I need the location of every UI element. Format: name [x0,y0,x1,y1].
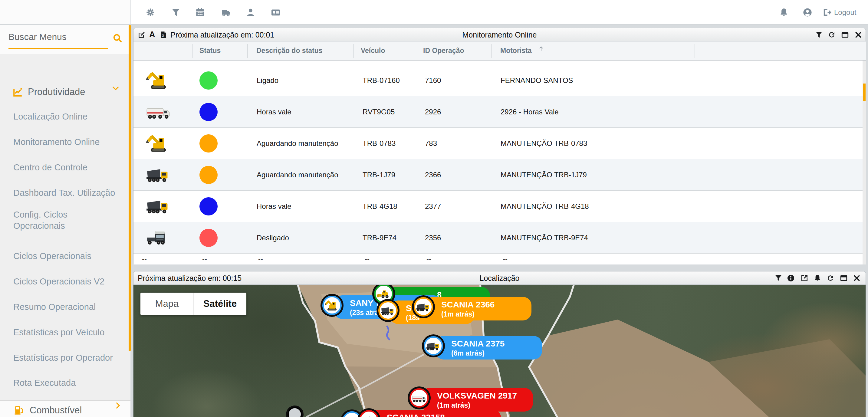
map-type-button-satelite[interactable]: Satélite [193,293,246,315]
sidebar-item-resumo-operacional[interactable]: Resumo Operacional [13,301,119,313]
filter-icon[interactable] [774,274,782,282]
filter-icon[interactable] [171,7,181,17]
column-separator [192,44,192,58]
close-icon[interactable] [855,31,862,39]
column-separator [353,44,354,58]
table-row[interactable]: Horas vale TRB-4G18 2377 MANUTENÇÃO TRB-… [133,191,863,222]
sidebar-item-estatisticas-operador[interactable]: Estatísticas por Operador [13,352,119,363]
table-body: Ligado TRB-07160 7160 FERNANDO SANTOS Ho… [133,61,866,264]
refresh-icon[interactable] [828,31,836,39]
excel-export-icon[interactable] [159,31,167,39]
search-icon[interactable] [113,33,122,43]
marker-name: SCANIA 23158 [387,413,445,417]
sidebar-item-estatisticas-veiculo[interactable]: Estatísticas por Veículo [13,327,119,338]
operation-id: 2356 [425,234,441,242]
maximize-icon[interactable] [841,31,849,39]
status-dot [199,166,218,184]
map-marker-loader[interactable] [374,285,394,303]
dump-truck-icon [416,301,431,313]
table-row[interactable]: Desligado TRB-9E74 2356 MANUTENÇÃO TRB-9… [133,222,863,254]
table-row[interactable]: Ligado TRB-07160 7160 FERNANDO SANTOS [133,65,863,96]
sidebar-item-ciclos-operacionais[interactable]: Ciclos Operacionais [13,251,119,262]
user-icon[interactable] [246,7,255,17]
sidebar-group-produtividade[interactable]: Produtividade [0,83,130,102]
id-card-icon[interactable] [271,7,281,17]
sidebar-item-dashboard-tax[interactable]: Dashboard Tax. Utilização [13,187,119,198]
info-icon[interactable] [787,274,795,282]
driver-name: FERNANDO SANTOS [501,76,573,85]
dump-truck-icon [380,305,396,316]
sidebar-scrollbar[interactable] [129,25,131,351]
sidebar-item-rota-executada[interactable]: Rota Executada [13,377,119,389]
map-marker-sany-71[interactable] [322,296,342,315]
bell-icon[interactable] [813,274,822,282]
column-header-motorista[interactable]: Motorista [500,46,532,55]
table-row[interactable]: Aguardando manutenção TRB-1J79 2366 MANU… [133,159,863,191]
next-update-timer: Próxima atualização em: 00:15 [138,274,242,283]
column-header-descricao[interactable]: Descrição do status [256,46,322,55]
map-type-button-mapa[interactable]: Mapa [141,293,193,315]
map-marker-scania-2366[interactable] [414,297,433,317]
topbar: Logout [0,0,868,25]
map-panel: Próxima atualização em: 00:15 Localizaçã… [133,271,866,417]
filter-icon[interactable] [815,31,823,39]
marker-time-ago: (18s [406,314,420,322]
table-scrollbar-thumb[interactable] [863,84,866,101]
marker-label-volksvagen-2917[interactable]: VOLKSVAGEN 2917 (1m atrás) [421,388,533,412]
calendar-icon[interactable] [195,7,205,17]
edit-icon[interactable] [138,31,146,39]
sidebar-item-centro-de-controle[interactable]: Centro de Controle [13,162,119,173]
sidebar-item-monitoramento-online[interactable]: Monitoramento Online [13,136,119,148]
dump-truck-icon [361,414,376,417]
logout-button[interactable]: Logout [823,7,856,17]
map-marker-volksvagen-2917[interactable] [409,388,429,408]
bell-icon[interactable] [779,7,789,17]
dump-truck-icon [426,340,441,352]
marker-time-ago: (1m atrás) [437,401,470,410]
maximize-icon[interactable] [840,274,848,282]
sidebar-group-label: Combustível [30,405,82,416]
empty-cell: -- [142,255,147,263]
column-header-id-operacao[interactable]: ID Operação [423,46,464,55]
empty-cell: -- [202,255,207,263]
status-description: Aguardando manutenção [257,171,338,179]
marker-label-scania-23158[interactable]: SCANIA 23158 [371,410,501,417]
empty-row: -- -- -- -- -- -- [133,254,863,264]
close-icon[interactable] [853,274,861,282]
panel-title: Localização [133,274,866,283]
operation-id: 2366 [425,171,441,179]
truck-image [146,227,171,248]
search-input[interactable] [8,30,99,43]
column-separator [694,44,695,58]
table-row[interactable]: Aguardando manutenção TRB-0783 783 MANUT… [133,128,863,159]
sidebar-item-localizacao-online[interactable]: Localização Online [13,111,119,122]
marker-label-scania-2375[interactable]: SCANIA 2375 (6m atrás) [435,336,542,359]
map-marker-sc[interactable] [378,301,398,320]
driver-name: MANUTENÇÃO TRB-1J79 [501,171,587,179]
column-header-status[interactable]: Status [199,46,221,55]
font-size-icon[interactable]: A [149,30,155,39]
status-description: Aguardando manutenção [257,139,338,148]
refresh-icon[interactable] [827,274,834,282]
table-header-row: Status Descrição do status Veículo ID Op… [133,41,866,61]
marker-label-scania-2366[interactable]: SCANIA 2366 (1m atrás) [425,297,531,320]
map-marker-scania-2375[interactable] [424,336,443,356]
sidebar-group-combustivel[interactable]: Combustível [0,400,130,417]
sidebar-item-config-ciclos[interactable]: Config. Ciclos Operacionais [13,209,89,231]
vehicle-id: TRB-0783 [363,139,396,148]
table-scrollbar-track[interactable] [863,61,866,264]
vehicle-id: RVT9G05 [363,108,395,116]
external-link-icon[interactable] [801,274,808,282]
column-header-veiculo[interactable]: Veículo [361,46,385,55]
excavator-image [146,70,171,91]
gear-icon[interactable] [146,7,155,17]
sort-ascending-icon[interactable] [537,45,545,52]
table-row[interactable]: Horas vale RVT9G05 2926 2926 - Horas Val… [133,96,863,128]
sidebar-item-ciclos-operacionais-v2[interactable]: Ciclos Operacionais V2 [13,276,119,287]
satellite-map[interactable]: Mapa Satélite 8 SANY 71 (23s atrás) SC (… [133,285,866,417]
user-circle-icon[interactable] [803,7,812,17]
truck-icon[interactable] [221,7,231,17]
empty-cell: -- [365,255,370,263]
marker-name: SCANIA 2375 [451,339,504,349]
status-dot [199,71,218,90]
